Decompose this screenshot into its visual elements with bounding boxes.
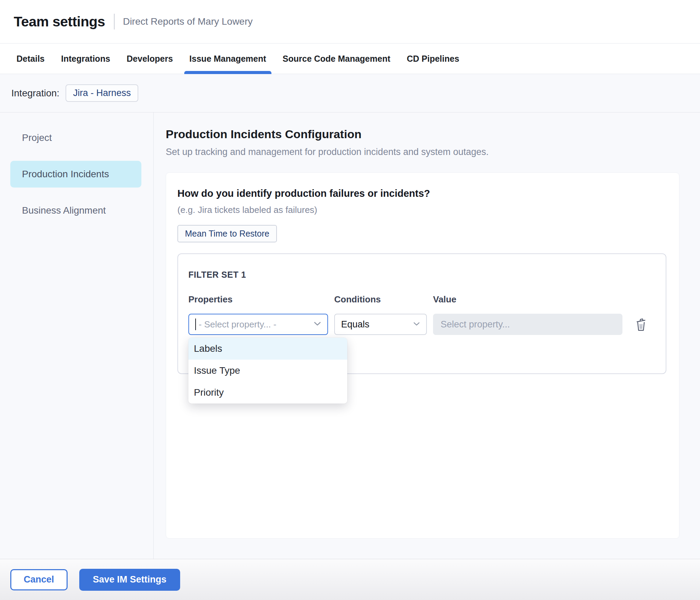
content-area: Project Production Incidents Business Al… — [0, 112, 700, 559]
value-column-label: Value — [433, 294, 622, 305]
section-subtitle: Set up tracking and management for produ… — [166, 146, 700, 157]
sidebar-item-business-alignment[interactable]: Business Alignment — [10, 197, 141, 224]
page-subtitle: Direct Reports of Mary Lowery — [123, 16, 253, 27]
tab-details[interactable]: Details — [11, 44, 50, 74]
sidebar-item-project[interactable]: Project — [10, 124, 141, 151]
page-title: Team settings — [14, 14, 105, 30]
tab-cd-pipelines[interactable]: CD Pipelines — [402, 44, 465, 74]
dropdown-item-labels[interactable]: Labels — [188, 338, 347, 360]
integration-row: Integration: Jira - Harness — [0, 74, 700, 112]
tab-source-code-management[interactable]: Source Code Management — [278, 44, 396, 74]
integration-chip[interactable]: Jira - Harness — [66, 84, 138, 102]
tab-developers[interactable]: Developers — [121, 44, 178, 74]
property-select-placeholder: - Select property... - — [199, 319, 310, 330]
title-divider — [114, 14, 115, 29]
text-cursor — [195, 319, 196, 330]
property-select[interactable]: - Select property... - — [188, 314, 328, 335]
tab-bar: Details Integrations Developers Issue Ma… — [0, 44, 700, 74]
cancel-button[interactable]: Cancel — [10, 569, 68, 590]
conditions-column-label: Conditions — [334, 294, 427, 305]
footer-bar: Cancel Save IM Settings — [0, 559, 700, 600]
property-dropdown: Labels Issue Type Priority — [188, 338, 347, 404]
section-title: Production Incidents Configuration — [166, 127, 700, 141]
dropdown-item-issue-type[interactable]: Issue Type — [188, 360, 347, 382]
chevron-down-icon — [314, 321, 321, 327]
chevron-down-icon — [413, 321, 420, 327]
property-select-wrap: - Select property... - Labels Issue Type… — [188, 314, 328, 335]
filter-grid: Properties Conditions Value - Select pro… — [188, 294, 655, 335]
incidents-config-card: How do you identify production failures … — [166, 172, 679, 539]
filter-set-title: FILTER SET 1 — [188, 270, 655, 280]
filter-set-panel: FILTER SET 1 Properties Conditions Value… — [177, 253, 666, 374]
mean-time-to-restore-chip[interactable]: Mean Time to Restore — [177, 225, 277, 242]
integration-label: Integration: — [11, 88, 59, 99]
question-hint: (e.g. Jira tickets labeled as failures) — [177, 204, 667, 215]
main-panel: Production Incidents Configuration Set u… — [154, 112, 700, 559]
question-heading: How do you identify production failures … — [177, 187, 667, 200]
sidebar-item-production-incidents[interactable]: Production Incidents — [10, 161, 141, 188]
conditions-select[interactable]: Equals — [334, 314, 427, 335]
conditions-select-value: Equals — [341, 319, 410, 330]
value-field-wrap — [433, 314, 622, 335]
page-header: Team settings Direct Reports of Mary Low… — [0, 0, 700, 44]
tab-integrations[interactable]: Integrations — [56, 44, 115, 74]
tab-issue-management[interactable]: Issue Management — [184, 44, 271, 74]
value-input[interactable] — [433, 314, 622, 335]
settings-sidebar: Project Production Incidents Business Al… — [0, 112, 154, 559]
properties-column-label: Properties — [188, 294, 328, 305]
delete-filter-button[interactable] — [633, 317, 649, 331]
dropdown-item-priority[interactable]: Priority — [188, 382, 347, 404]
save-im-settings-button[interactable]: Save IM Settings — [79, 569, 180, 591]
trash-icon — [635, 327, 647, 332]
